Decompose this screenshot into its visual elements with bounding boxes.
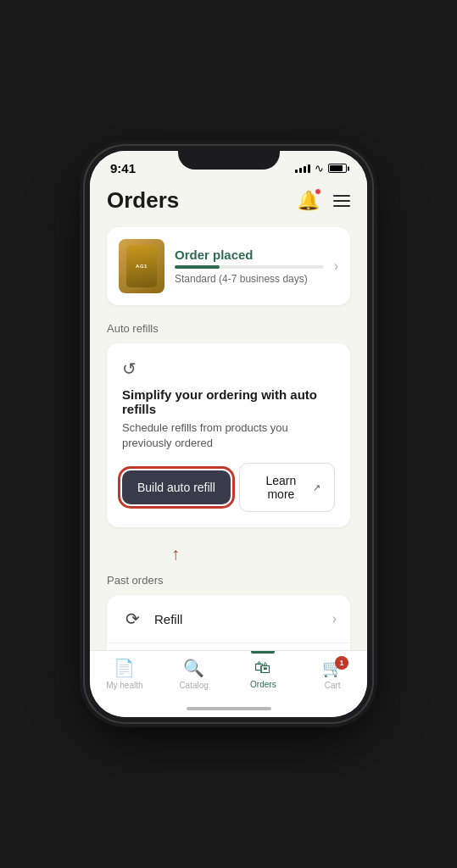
- tab-bar: 📄 My health 🔍 Catalog 🛍 Orders 🛒 1 Cart: [90, 650, 367, 700]
- order-progress-fill: [175, 265, 220, 269]
- auto-refills-actions: Build auto refill Learn more ↗: [122, 463, 335, 512]
- menu-button[interactable]: [333, 195, 350, 207]
- main-content: Orders 🔔 AG1: [90, 181, 367, 650]
- my-health-label: My health: [106, 681, 142, 690]
- past-orders-card: ⟳ Refill › 🗂 Order history ›: [107, 595, 350, 650]
- refresh-icon-wrap: ↺: [122, 359, 335, 379]
- menu-line-1: [333, 195, 350, 197]
- order-history-item[interactable]: 🗂 Order history ›: [107, 643, 350, 650]
- home-indicator: [90, 700, 367, 717]
- tab-my-health[interactable]: 📄 My health: [90, 658, 159, 690]
- tab-catalog[interactable]: 🔍 Catalog: [159, 658, 229, 690]
- refill-label: Refill: [154, 612, 322, 626]
- my-health-icon: 📄: [114, 658, 135, 678]
- tab-cart[interactable]: 🛒 1 Cart: [298, 658, 367, 690]
- refill-icon: ⟳: [120, 609, 144, 629]
- product-bottle: AG1: [126, 245, 157, 287]
- order-shipping: Standard (4-7 business days): [175, 273, 324, 285]
- external-link-icon: ↗: [313, 482, 320, 493]
- orders-label: Orders: [250, 680, 276, 689]
- notification-button[interactable]: 🔔: [297, 190, 320, 212]
- notification-badge: [315, 188, 321, 195]
- menu-line-2: [333, 200, 350, 202]
- cart-badge: 1: [335, 656, 348, 670]
- home-bar: [187, 707, 271, 710]
- learn-more-button[interactable]: Learn more ↗: [239, 463, 335, 512]
- arrow-indicator: ↑: [107, 544, 350, 564]
- battery-icon: [328, 164, 347, 173]
- auto-refills-title: Simplify your ordering with auto refills: [122, 387, 335, 416]
- menu-line-3: [333, 205, 350, 207]
- phone-screen: 9:41 ∿ Orders 🔔: [90, 151, 367, 717]
- wifi-icon: ∿: [315, 162, 324, 175]
- tab-orders[interactable]: 🛍 Orders: [229, 658, 298, 690]
- product-label: AG1: [136, 264, 148, 269]
- notch: [178, 146, 280, 170]
- catalog-icon: 🔍: [183, 658, 204, 678]
- cart-label: Cart: [325, 681, 341, 690]
- header-actions: 🔔: [297, 190, 350, 212]
- order-info: Order placed Standard (4-7 business days…: [175, 248, 324, 285]
- red-arrow-icon: ↑: [171, 544, 180, 564]
- build-auto-refill-button[interactable]: Build auto refill: [122, 470, 231, 504]
- auto-refills-card: ↺ Simplify your ordering with auto refil…: [107, 343, 350, 527]
- tab-active-indicator: [251, 651, 275, 654]
- status-icons: ∿: [295, 162, 347, 175]
- signal-bars-icon: [295, 164, 310, 173]
- order-card[interactable]: AG1 Order placed Standard (4-7 business …: [107, 227, 350, 305]
- orders-icon: 🛍: [254, 658, 271, 677]
- order-status: Order placed: [175, 248, 324, 262]
- refill-arrow-icon: ›: [332, 611, 337, 626]
- auto-refills-desc: Schedule refills from products you previ…: [122, 420, 335, 451]
- learn-more-label: Learn more: [254, 474, 309, 501]
- order-progress-bar: [175, 265, 324, 269]
- refill-item[interactable]: ⟳ Refill ›: [107, 595, 350, 643]
- catalog-label: Catalog: [179, 681, 208, 690]
- order-arrow-icon: ›: [334, 259, 338, 274]
- status-time: 9:41: [110, 161, 136, 175]
- product-image: AG1: [119, 239, 164, 293]
- phone-frame: 9:41 ∿ Orders 🔔: [85, 146, 372, 722]
- past-orders-section-label: Past orders: [107, 574, 350, 587]
- refresh-icon: ↺: [122, 359, 137, 378]
- auto-refills-section-label: Auto refills: [107, 322, 350, 335]
- page-title: Orders: [107, 187, 179, 214]
- page-header: Orders 🔔: [107, 181, 350, 227]
